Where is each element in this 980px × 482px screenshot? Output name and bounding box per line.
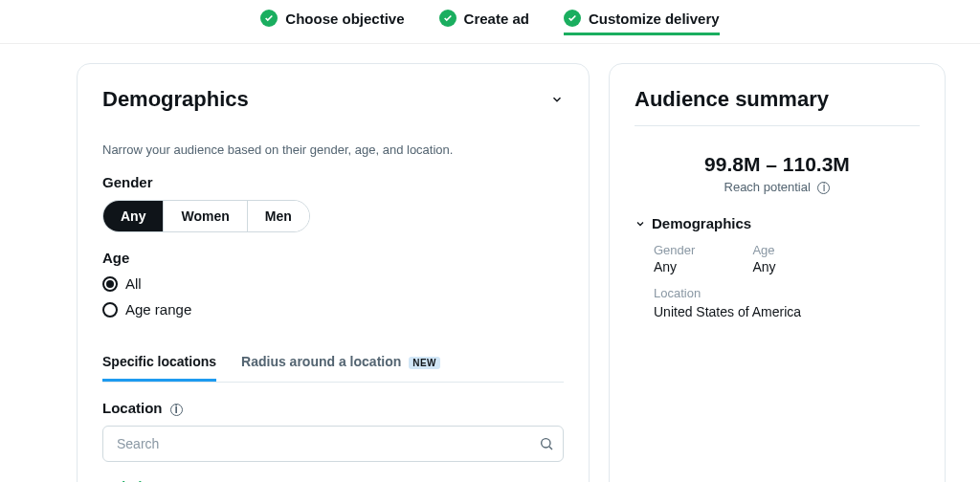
stepper: Choose objective Create ad Customize del… xyxy=(0,0,980,44)
reach-value: 99.8M – 110.3M xyxy=(635,153,920,176)
step-choose-objective[interactable]: Choose objective xyxy=(260,10,404,35)
new-badge: NEW xyxy=(409,357,440,369)
demographics-card: Demographics Narrow your audience based … xyxy=(77,63,590,482)
summary-location-value: United States of America xyxy=(654,304,920,319)
gender-label: Gender xyxy=(102,174,564,190)
gender-option-any[interactable]: Any xyxy=(103,201,163,231)
demographics-title: Demographics xyxy=(102,87,249,112)
check-icon xyxy=(564,10,581,27)
collapse-toggle[interactable] xyxy=(550,93,564,106)
location-search-input[interactable] xyxy=(102,426,564,462)
summary-gender-label: Gender xyxy=(654,243,695,257)
reach-label: Reach potential xyxy=(724,180,811,194)
summary-age-value: Any xyxy=(752,259,775,274)
chevron-down-icon[interactable] xyxy=(635,218,646,230)
demographics-subtext: Narrow your audience based on their gend… xyxy=(102,142,564,157)
audience-summary-card: Audience summary 99.8M – 110.3M Reach po… xyxy=(609,63,946,482)
search-icon xyxy=(539,436,554,451)
summary-age-label: Age xyxy=(752,243,775,257)
step-create-ad[interactable]: Create ad xyxy=(439,10,529,35)
check-icon xyxy=(439,10,457,27)
tab-radius-label: Radius around a location xyxy=(241,354,401,369)
info-icon[interactable]: i xyxy=(170,404,183,416)
location-tabs: Specific locations Radius around a locat… xyxy=(102,344,564,383)
info-icon[interactable]: i xyxy=(817,182,830,194)
svg-point-0 xyxy=(542,439,550,448)
step-label: Choose objective xyxy=(285,11,404,27)
reach-label-row: Reach potential i xyxy=(635,180,920,194)
location-label: Location xyxy=(102,400,163,416)
age-option-all: All xyxy=(125,275,142,292)
svg-line-1 xyxy=(549,447,552,449)
gender-option-men[interactable]: Men xyxy=(247,201,309,231)
step-label: Create ad xyxy=(464,11,529,27)
tab-specific-locations[interactable]: Specific locations xyxy=(102,344,216,382)
step-label: Customize delivery xyxy=(589,11,720,27)
summary-section-title: Demographics xyxy=(652,215,751,231)
summary-gender-value: Any xyxy=(654,259,695,274)
gender-option-women[interactable]: Women xyxy=(163,201,246,231)
age-option-all-row[interactable]: All xyxy=(102,275,564,292)
tab-radius[interactable]: Radius around a location NEW xyxy=(241,344,440,382)
radio-icon xyxy=(102,302,118,318)
age-label: Age xyxy=(102,250,564,266)
summary-location-label: Location xyxy=(654,286,920,300)
radio-icon xyxy=(102,276,118,292)
age-option-range-row[interactable]: Age range xyxy=(102,301,564,318)
step-customize-delivery[interactable]: Customize delivery xyxy=(564,10,720,35)
gender-segmented: Any Women Men xyxy=(102,200,310,232)
check-icon xyxy=(260,10,278,27)
age-option-range: Age range xyxy=(125,301,191,318)
location-label-row: Location i xyxy=(102,400,564,416)
summary-title: Audience summary xyxy=(635,87,920,112)
